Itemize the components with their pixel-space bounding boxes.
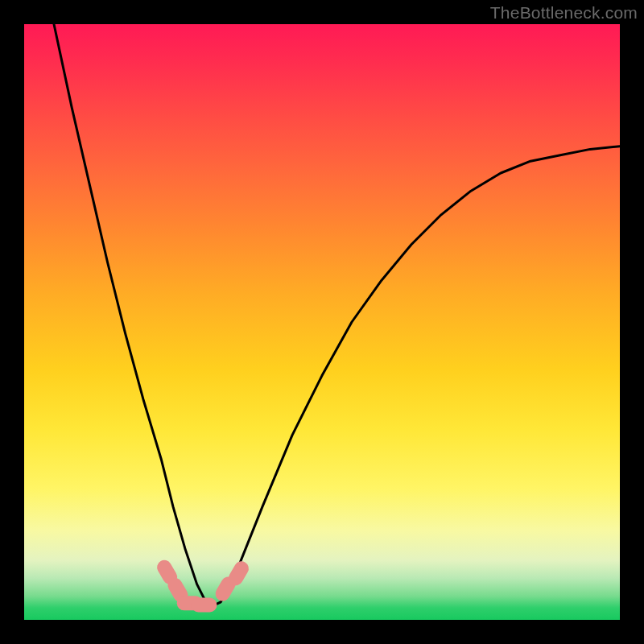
marker-group <box>155 557 251 612</box>
bottleneck-curve-path <box>54 24 620 608</box>
curve-layer <box>24 24 620 620</box>
watermark-text: TheBottleneck.com <box>490 3 638 23</box>
bottleneck-curve <box>54 24 620 608</box>
plot-area <box>24 24 620 620</box>
chart-frame: TheBottleneck.com <box>0 0 644 644</box>
point-d <box>191 598 217 613</box>
svg-rect-3 <box>191 598 217 613</box>
